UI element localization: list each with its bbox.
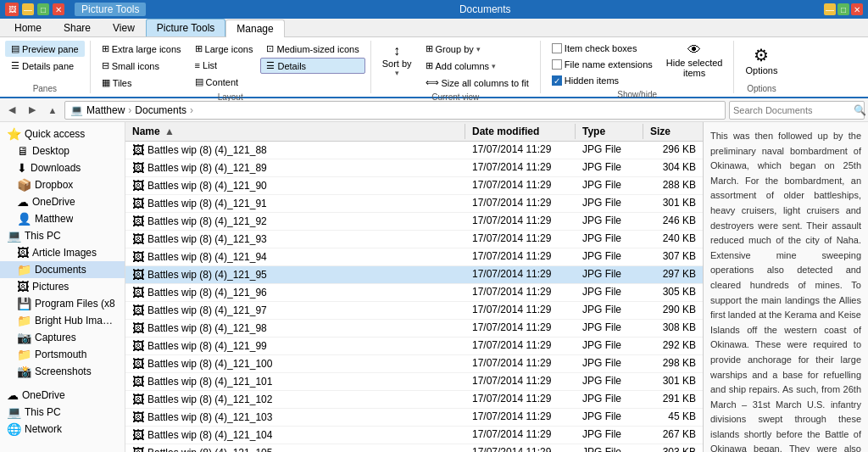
up-button[interactable]: ▲ <box>44 102 61 119</box>
table-row[interactable]: 🖼 Battles wip (8) (4)_121_95 17/07/2014 … <box>125 266 703 284</box>
sidebar-item-this-pc2[interactable]: 💻 This PC <box>0 404 125 421</box>
file-name-cell: 🖼 Battles wip (8) (4)_121_102 <box>125 391 465 408</box>
file-name-cell: 🖼 Battles wip (8) (4)_121_98 <box>125 320 465 337</box>
sidebar-item-portsmouth[interactable]: 📁 Portsmouth <box>0 346 125 363</box>
item-checkboxes-button[interactable]: Item check boxes <box>546 41 659 56</box>
file-name-cell: 🖼 Battles wip (8) (4)_121_95 <box>125 266 465 283</box>
file-type: JPG File <box>576 355 643 372</box>
details-button[interactable]: ☰ Details <box>260 58 364 74</box>
sidebar-item-onedrive[interactable]: ☁ OneDrive <box>0 193 125 210</box>
tab-share[interactable]: Share <box>53 19 102 36</box>
file-name: Battles wip (8) (4)_121_95 <box>147 269 267 281</box>
preview-pane-button[interactable]: ▤ Preview pane <box>5 41 85 57</box>
file-size: 291 KB <box>643 391 703 408</box>
table-row[interactable]: 🖼 Battles wip (8) (4)_121_90 17/07/2014 … <box>125 177 703 195</box>
close-button[interactable]: ✕ <box>53 3 64 15</box>
breadcrumb[interactable]: 💻 Matthew › Documents › <box>64 101 726 120</box>
table-row[interactable]: 🖼 Battles wip (8) (4)_121_102 17/07/2014… <box>125 391 703 409</box>
details-pane-button[interactable]: ☰ Details pane <box>5 58 85 74</box>
sidebar-item-screenshots[interactable]: 📸 Screenshots <box>0 363 125 380</box>
medium-icon: ⊡ <box>266 43 274 54</box>
search-box[interactable]: 🔍 <box>729 101 865 120</box>
file-name: Battles wip (8) (4)_121_103 <box>147 411 272 423</box>
table-row[interactable]: 🖼 Battles wip (8) (4)_121_100 17/07/2014… <box>125 355 703 373</box>
extra-large-icons-button[interactable]: ⊞ Extra large icons <box>96 41 187 57</box>
header-name[interactable]: Name ▲ <box>125 124 465 139</box>
tab-view[interactable]: View <box>102 19 146 36</box>
size-columns-button[interactable]: ⟺ Size all columns to fit <box>420 75 535 91</box>
tab-home[interactable]: Home <box>3 19 53 36</box>
max-btn[interactable]: □ <box>837 3 849 15</box>
minimize-button[interactable]: — <box>22 3 34 15</box>
preview-pane-icon: ▤ <box>11 43 19 54</box>
tab-manage[interactable]: Manage <box>225 20 284 37</box>
sidebar-item-dropbox[interactable]: 📦 Dropbox <box>0 176 125 193</box>
table-row[interactable]: 🖼 Battles wip (8) (4)_121_89 17/07/2014 … <box>125 159 703 177</box>
header-date[interactable]: Date modified <box>465 124 576 139</box>
sidebar-item-network[interactable]: 🌐 Network <box>0 421 125 438</box>
search-input[interactable] <box>733 105 850 115</box>
sidebar-item-bright-hub[interactable]: 📁 Bright Hub Image fc <box>0 312 125 329</box>
sidebar-item-desktop[interactable]: 🖥 Desktop <box>0 142 125 159</box>
table-row[interactable]: 🖼 Battles wip (8) (4)_121_91 17/07/2014 … <box>125 195 703 213</box>
sidebar-item-pictures[interactable]: 🖼 Pictures <box>0 278 125 295</box>
header-size[interactable]: Size <box>643 124 703 139</box>
sort-by-button[interactable]: ↕ Sort by ▾ <box>376 41 418 80</box>
table-row[interactable]: 🖼 Battles wip (8) (4)_121_97 17/07/2014 … <box>125 302 703 320</box>
file-date: 17/07/2014 11:29 <box>465 195 576 212</box>
table-row[interactable]: 🖼 Battles wip (8) (4)_121_105 17/07/2014… <box>125 444 703 452</box>
small-icons-button[interactable]: ⊟ Small icons <box>96 58 187 74</box>
header-type[interactable]: Type <box>576 124 643 139</box>
back-button[interactable]: ◀ <box>3 102 20 119</box>
group-by-button[interactable]: ⊞ Group by ▾ <box>420 41 535 57</box>
hide-selected-button[interactable]: 👁 Hide selecteditems <box>660 41 729 80</box>
medium-icons-button[interactable]: ⊡ Medium-sized icons <box>260 41 364 57</box>
sidebar-item-program-files[interactable]: 💾 Program Files (x8 <box>0 295 125 312</box>
sidebar-item-downloads[interactable]: ⬇ Downloads <box>0 159 125 176</box>
file-icon: 🖼 <box>132 339 144 353</box>
close-btn[interactable]: ✕ <box>851 3 863 15</box>
table-row[interactable]: 🖼 Battles wip (8) (4)_121_99 17/07/2014 … <box>125 338 703 355</box>
table-row[interactable]: 🖼 Battles wip (8) (4)_121_103 17/07/2014… <box>125 409 703 427</box>
breadcrumb-pc-icon: 💻 <box>70 104 83 116</box>
table-row[interactable]: 🖼 Battles wip (8) (4)_121_96 17/07/2014 … <box>125 284 703 302</box>
sidebar-item-onedrive2[interactable]: ☁ OneDrive <box>0 387 125 404</box>
sidebar-item-matthew[interactable]: 👤 Matthew <box>0 210 125 227</box>
table-row[interactable]: 🖼 Battles wip (8) (4)_121_94 17/07/2014 … <box>125 248 703 266</box>
file-date: 17/07/2014 11:29 <box>465 444 576 452</box>
hidden-items-button[interactable]: ✓ Hidden items <box>546 73 659 88</box>
large-icon: ⊞ <box>195 43 203 54</box>
breadcrumb-documents[interactable]: Documents <box>135 104 186 116</box>
table-row[interactable]: 🖼 Battles wip (8) (4)_121_88 17/07/2014 … <box>125 142 703 159</box>
layout-items: ⊞ Extra large icons ⊟ Small icons ▦ Tile… <box>96 41 365 91</box>
table-row[interactable]: 🖼 Battles wip (8) (4)_121_93 17/07/2014 … <box>125 231 703 248</box>
sidebar-item-quick-access[interactable]: ⭐ Quick access <box>0 126 125 142</box>
portsmouth-label: Portsmouth <box>35 349 86 360</box>
file-name: Battles wip (8) (4)_121_99 <box>147 340 267 352</box>
large-icons-button[interactable]: ⊞ Large icons <box>189 41 259 57</box>
tiles-button[interactable]: ▦ Tiles <box>96 75 187 91</box>
file-type: JPG File <box>576 444 643 452</box>
sidebar-item-article-images[interactable]: 🖼 Article Images <box>0 244 125 261</box>
table-row[interactable]: 🖼 Battles wip (8) (4)_121_104 17/07/2014… <box>125 427 703 444</box>
file-date: 17/07/2014 11:29 <box>465 142 576 159</box>
add-columns-button[interactable]: ⊞ Add columns ▾ <box>420 58 535 74</box>
this-pc2-icon: 💻 <box>7 405 21 419</box>
add-columns-dropdown: ▾ <box>492 62 496 70</box>
options-button[interactable]: ⚙ Options <box>739 41 783 80</box>
table-row[interactable]: 🖼 Battles wip (8) (4)_121_98 17/07/2014 … <box>125 320 703 338</box>
sidebar-item-this-pc[interactable]: 💻 This PC <box>0 227 125 244</box>
sidebar-item-captures[interactable]: 📷 Captures <box>0 329 125 346</box>
sidebar-item-documents[interactable]: 📁 Documents <box>0 261 125 278</box>
file-name-ext-button[interactable]: File name extensions <box>546 57 659 72</box>
downloads-label: Downloads <box>31 162 81 174</box>
table-row[interactable]: 🖼 Battles wip (8) (4)_121_92 17/07/2014 … <box>125 213 703 231</box>
list-button[interactable]: ≡ List <box>189 58 259 73</box>
tab-picture-tools[interactable]: Picture Tools <box>146 19 225 36</box>
maximize-button[interactable]: □ <box>37 3 49 15</box>
table-row[interactable]: 🖼 Battles wip (8) (4)_121_101 17/07/2014… <box>125 373 703 391</box>
file-name: Battles wip (8) (4)_121_104 <box>147 429 272 441</box>
min-btn[interactable]: — <box>824 3 836 15</box>
content-button[interactable]: ▤ Content <box>189 74 259 90</box>
forward-button[interactable]: ▶ <box>24 102 41 119</box>
